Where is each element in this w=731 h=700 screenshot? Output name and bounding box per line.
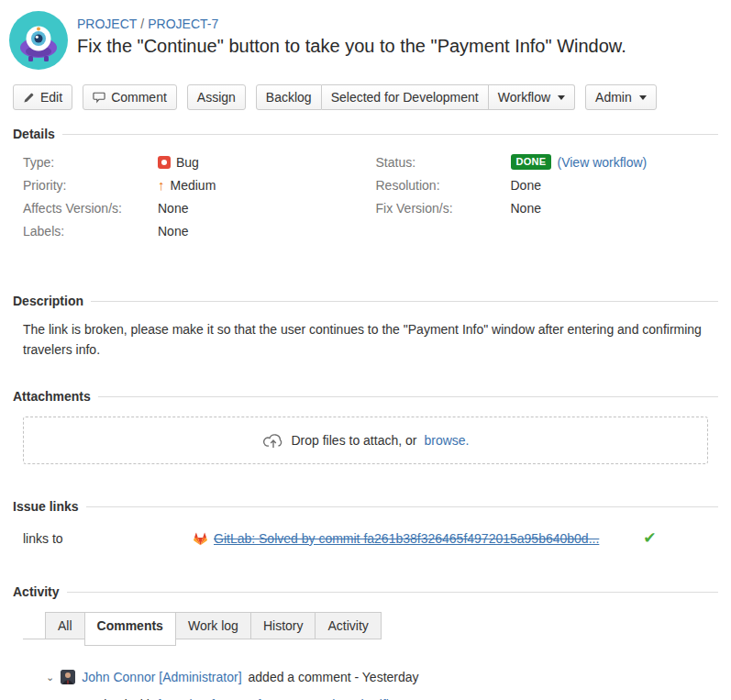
selected-for-development-label: Selected for Development	[331, 90, 479, 105]
comment-button[interactable]: Comment	[83, 84, 177, 110]
issue-link-relation: links to	[23, 531, 193, 546]
issue-links-heading: Issue links	[13, 499, 718, 514]
field-priority: Priority: ↑ Medium	[13, 173, 366, 196]
gitlab-icon	[193, 531, 208, 546]
edit-button[interactable]: Edit	[13, 84, 72, 110]
tab-activity[interactable]: Activity	[315, 612, 381, 639]
bug-icon	[158, 156, 171, 169]
status-label: Status:	[366, 155, 511, 170]
field-labels: Labels: None	[13, 219, 366, 242]
status-badge: DONE	[511, 154, 552, 170]
resolved-check-icon: ✔	[643, 528, 656, 548]
priority-medium-icon: ↑	[158, 178, 165, 192]
browse-link[interactable]: browse.	[424, 433, 469, 448]
description-heading: Description	[13, 294, 718, 308]
tab-comments[interactable]: Comments	[84, 612, 176, 646]
tab-all[interactable]: All	[45, 612, 85, 639]
field-status: Status: DONE (View workflow)	[366, 150, 719, 173]
description-text: The link is broken, please make it so th…	[23, 319, 711, 360]
resolution-value: Done	[511, 178, 541, 193]
field-type: Type: Bug	[13, 150, 366, 173]
comment-author-link[interactable]: John Connor [Administrator]	[82, 670, 241, 684]
upload-cloud-icon	[262, 431, 284, 450]
issue-header: PROJECT/PROJECT-7 Fix the "Continue" but…	[0, 0, 731, 70]
attachment-dropzone[interactable]: Drop files to attach, or browse.	[23, 417, 708, 464]
details-left-column: Type: Bug Priority: ↑ Medium Affects Ver…	[13, 150, 366, 242]
breadcrumb-project-link[interactable]: PROJECT	[77, 17, 137, 31]
affects-version-value: None	[158, 201, 188, 216]
field-resolution: Resolution: Done	[366, 173, 719, 196]
comment-button-label: Comment	[111, 90, 167, 105]
assign-button-label: Assign	[197, 90, 236, 105]
admin-dropdown-button[interactable]: Admin	[585, 84, 657, 110]
gitlab-commit-link[interactable]: GitLab: Solved by commit fa261b38f326465…	[214, 531, 599, 546]
priority-label: Priority:	[13, 178, 158, 193]
details-right-column: Status: DONE (View workflow) Resolution:…	[366, 150, 719, 242]
fix-version-label: Fix Version/s:	[366, 201, 511, 216]
admin-dropdown-label: Admin	[595, 90, 632, 105]
activity-tabs: All Comments Work log History Activity	[23, 612, 718, 646]
workflow-button-group: Backlog Selected for Development Workflo…	[256, 84, 575, 110]
activity-section: Activity All Comments Work log History A…	[13, 584, 718, 700]
comment-bubble-icon	[93, 92, 105, 104]
affects-version-label: Affects Version/s:	[13, 201, 158, 216]
type-label: Type:	[13, 155, 158, 170]
labels-value: None	[158, 224, 188, 239]
attachments-heading: Attachments	[13, 389, 718, 404]
description-section: Description The link is broken, please m…	[13, 294, 718, 360]
tab-work-log[interactable]: Work log	[175, 612, 251, 639]
comment-header: ⌄ John Connor [Administrator] added a co…	[46, 670, 718, 684]
details-heading: Details	[13, 127, 718, 141]
breadcrumb: PROJECT/PROJECT-7	[77, 17, 626, 31]
comment-meta: added a comment - Yesterday	[249, 670, 419, 684]
issue-link-row: links to GitLab: Solved by commit fa261b…	[23, 528, 718, 548]
page-title: Fix the "Continue" button to take you to…	[77, 36, 626, 57]
backlog-button-label: Backlog	[266, 90, 312, 105]
workflow-dropdown-button[interactable]: Workflow	[489, 84, 575, 110]
attachments-section: Attachments Drop files to attach, or bro…	[13, 389, 718, 464]
tab-history[interactable]: History	[250, 612, 316, 639]
breadcrumb-issue-link[interactable]: PROJECT-7	[148, 17, 218, 31]
chevron-down-icon	[639, 95, 647, 100]
field-affects-version: Affects Version/s: None	[13, 196, 366, 219]
user-avatar	[61, 670, 75, 684]
field-fix-version: Fix Version/s: None	[366, 196, 719, 219]
assign-button[interactable]: Assign	[187, 84, 246, 110]
tab-lead-line	[23, 612, 46, 639]
fix-version-value: None	[511, 201, 541, 216]
resolution-label: Resolution:	[366, 178, 511, 193]
priority-value: Medium	[171, 178, 216, 193]
type-value: Bug	[176, 155, 199, 170]
chevron-down-icon	[558, 95, 565, 100]
details-section: Details Type: Bug Priority: ↑ Medium Aff…	[13, 127, 718, 242]
activity-heading: Activity	[13, 584, 718, 599]
breadcrumb-separator: /	[137, 17, 148, 31]
issue-toolbar: Edit Comment Assign Backlog Selected for…	[0, 70, 731, 114]
pencil-icon	[23, 92, 35, 104]
workflow-dropdown-label: Workflow	[498, 90, 550, 105]
backlog-button[interactable]: Backlog	[256, 84, 322, 110]
edit-button-label: Edit	[40, 90, 62, 105]
project-avatar	[9, 11, 68, 70]
labels-label: Labels:	[13, 224, 158, 239]
view-workflow-link[interactable]: (View workflow)	[557, 155, 647, 170]
collapse-chevron-icon[interactable]: ⌄	[46, 672, 54, 683]
issue-links-section: Issue links links to GitLab: Solved by c…	[13, 499, 718, 548]
dropzone-text: Drop files to attach, or	[292, 433, 417, 448]
selected-for-development-button[interactable]: Selected for Development	[322, 84, 489, 110]
